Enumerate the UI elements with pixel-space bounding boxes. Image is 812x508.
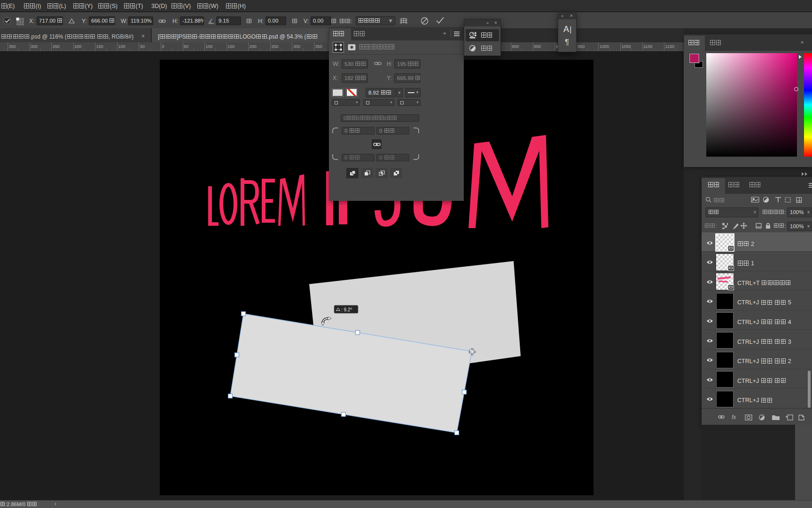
svg-text:: 9.2°: : 9.2° — [341, 307, 352, 312]
svg-text:fx: fx — [732, 414, 736, 421]
